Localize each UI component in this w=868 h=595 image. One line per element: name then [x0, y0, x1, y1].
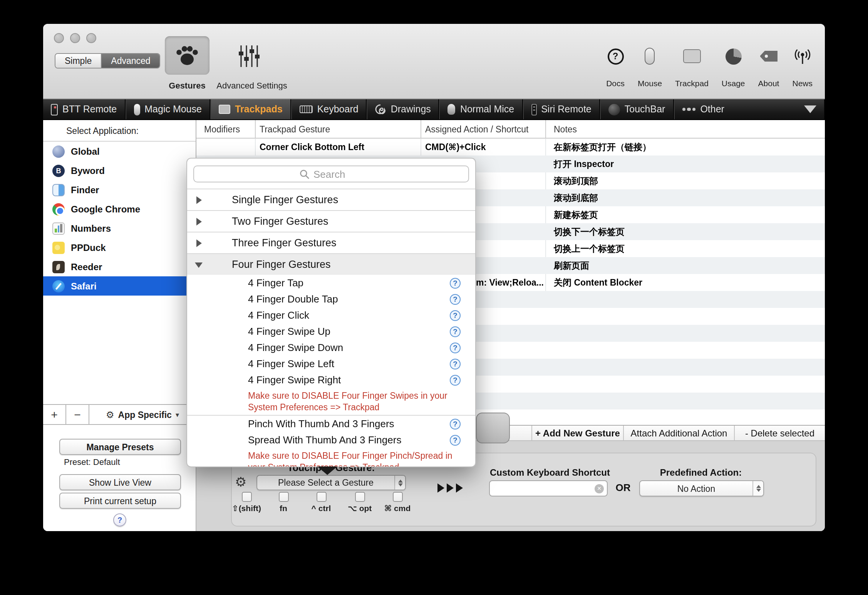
gesture-item-label: 4 Finger Click — [248, 307, 309, 323]
close-button[interactable] — [54, 33, 64, 43]
app-specific-label: App Specific — [118, 410, 172, 419]
tab-other[interactable]: Other — [674, 99, 825, 119]
remove-application-button[interactable]: − — [66, 405, 89, 424]
predefined-action-dropdown[interactable]: No Action — [639, 480, 764, 496]
tab-drawings[interactable]: Drawings — [367, 99, 439, 119]
column-notes[interactable]: Notes — [554, 120, 577, 139]
gesture-item-pinch-thumb-3-fingers[interactable]: Pinch With Thumb And 3 Fingers ? — [187, 416, 475, 432]
opt-checkbox[interactable] — [355, 492, 365, 502]
custom-shortcut-input[interactable] — [493, 481, 593, 496]
help-icon[interactable]: ? — [450, 435, 461, 445]
ctrl-checkbox[interactable] — [316, 492, 326, 502]
manage-presets-button[interactable]: Manage Presets — [59, 439, 181, 455]
dots-icon — [682, 108, 695, 111]
gesture-item-4-finger-swipe-down[interactable]: 4 Finger Swipe Down ? — [187, 339, 475, 356]
tab-touchbar[interactable]: TouchBar — [600, 99, 674, 119]
tab-magic-mouse[interactable]: Magic Mouse — [125, 99, 210, 119]
sliders-icon — [237, 44, 260, 69]
sidebar-item-reeder[interactable]: Reeder — [43, 257, 196, 276]
gesture-item-4-finger-click[interactable]: 4 Finger Click ? — [187, 307, 475, 323]
mouse-toolbar-button[interactable]: Mouse — [638, 45, 662, 88]
gesture-item-label: 4 Finger Swipe Up — [248, 323, 330, 339]
zoom-button[interactable] — [86, 33, 96, 43]
numbers-icon — [52, 222, 65, 234]
mouse-icon — [448, 104, 456, 115]
tab-label: Other — [700, 104, 724, 115]
column-assigned-action[interactable]: Assigned Action / Shortcut — [425, 120, 529, 139]
tab-keyboard[interactable]: Keyboard — [291, 99, 367, 119]
gesture-picker-popover: Single Finger Gestures Two Finger Gestur… — [186, 158, 476, 467]
category-single-finger[interactable]: Single Finger Gestures — [187, 189, 475, 210]
trackpad-preview-button[interactable] — [476, 413, 510, 443]
app-specific-dropdown[interactable]: ⚙ App Specific ▾ — [89, 405, 196, 424]
usage-toolbar-button[interactable]: Usage — [722, 45, 745, 88]
help-button[interactable]: ? — [113, 513, 126, 526]
gear-icon[interactable]: ⚙ — [235, 474, 247, 490]
category-four-finger[interactable]: Four Finger Gestures — [187, 253, 475, 275]
about-toolbar-button[interactable]: About — [758, 45, 779, 88]
clear-icon[interactable]: ✕ — [595, 484, 604, 493]
news-toolbar-button[interactable]: News — [792, 45, 813, 88]
tab-trackpads[interactable]: Trackpads — [210, 99, 291, 119]
sidebar-item-google-chrome[interactable]: Google Chrome — [43, 199, 196, 219]
search-input[interactable] — [313, 168, 363, 180]
column-divider — [255, 120, 256, 139]
sidebar-item-finder[interactable]: Finder — [43, 180, 196, 199]
sidebar-item-ppduck[interactable]: PPDuck — [43, 238, 196, 257]
fn-checkbox-label: fn — [280, 503, 287, 513]
table-row[interactable]: Corner Click Bottom Left CMD(⌘)+Click 在新… — [196, 139, 825, 155]
help-icon[interactable]: ? — [450, 310, 461, 321]
caret-down-icon[interactable] — [804, 105, 816, 113]
note-cell: 打开 Inspector — [554, 155, 614, 172]
sidebar-item-safari[interactable]: Safari — [43, 276, 196, 296]
tab-normal-mice[interactable]: Normal Mice — [439, 99, 523, 119]
show-live-view-button[interactable]: Show Live View — [59, 474, 181, 490]
column-trackpad-gesture[interactable]: Trackpad Gesture — [260, 120, 330, 139]
sidebar-item-numbers[interactable]: Numbers — [43, 219, 196, 238]
delete-selected-button[interactable]: - Delete selected — [734, 426, 825, 440]
advanced-segment[interactable]: Advanced — [102, 54, 159, 68]
attach-additional-action-button[interactable]: Attach Additional Action — [623, 426, 734, 440]
minimize-button[interactable] — [70, 33, 80, 43]
gesture-item-label: 4 Finger Swipe Right — [248, 372, 341, 388]
caret-down-icon: ▾ — [176, 411, 179, 418]
gesture-item-4-finger-tap[interactable]: 4 Finger Tap ? — [187, 275, 475, 291]
column-modifiers[interactable]: Modifiers — [204, 120, 240, 139]
advanced-settings-button[interactable] — [237, 44, 260, 72]
help-icon[interactable]: ? — [450, 418, 461, 429]
help-icon[interactable]: ? — [450, 277, 461, 288]
help-icon[interactable]: ? — [450, 358, 461, 369]
note-cell: 切换上一个标签页 — [554, 240, 625, 257]
sidebar-item-byword[interactable]: BByword — [43, 161, 196, 180]
gesture-item-4-finger-swipe-up[interactable]: 4 Finger Swipe Up ? — [187, 323, 475, 339]
cmd-checkbox[interactable] — [392, 492, 402, 502]
help-icon[interactable]: ? — [450, 342, 461, 353]
gesture-item-4-finger-double-tap[interactable]: 4 Finger Double Tap ? — [187, 291, 475, 307]
custom-shortcut-label: Custom Keyboard Shortcut — [488, 467, 612, 478]
category-two-finger[interactable]: Two Finger Gestures — [187, 210, 475, 232]
docs-toolbar-button[interactable]: ? Docs — [606, 45, 625, 88]
add-application-button[interactable]: + — [43, 405, 66, 424]
sidebar-item-global[interactable]: Global — [43, 142, 196, 161]
add-new-gesture-button[interactable]: + Add New Gesture — [531, 426, 623, 440]
print-current-setup-button[interactable]: Print current setup — [59, 493, 181, 509]
tab-btt-remote[interactable]: BTT Remote — [43, 99, 125, 119]
category-three-finger[interactable]: Three Finger Gestures — [187, 232, 475, 253]
shift-checkbox-label: ⇧(shift) — [232, 503, 261, 513]
gesture-item-4-finger-swipe-right[interactable]: 4 Finger Swipe Right ? — [187, 372, 475, 388]
help-icon[interactable]: ? — [450, 326, 461, 337]
tab-siri-remote[interactable]: Siri Remote — [523, 99, 600, 119]
help-icon[interactable]: ? — [450, 294, 461, 304]
tab-label: TouchBar — [625, 104, 665, 115]
gesture-item-4-finger-swipe-left[interactable]: 4 Finger Swipe Left ? — [187, 356, 475, 372]
select-gesture-dropdown[interactable]: Please Select a Gesture — [256, 475, 406, 490]
shift-checkbox[interactable] — [241, 492, 251, 502]
fn-checkbox[interactable] — [278, 492, 288, 502]
help-icon[interactable]: ? — [450, 374, 461, 385]
search-field[interactable] — [193, 165, 469, 182]
trackpad-toolbar-button[interactable]: Trackpad — [675, 45, 709, 88]
gestures-toolbar-button[interactable] — [165, 36, 209, 75]
gesture-item-spread-thumb-3-fingers[interactable]: Spread With Thumb And 3 Fingers ? — [187, 432, 475, 448]
simple-segment[interactable]: Simple — [55, 54, 102, 68]
mouse-icon — [645, 48, 655, 65]
